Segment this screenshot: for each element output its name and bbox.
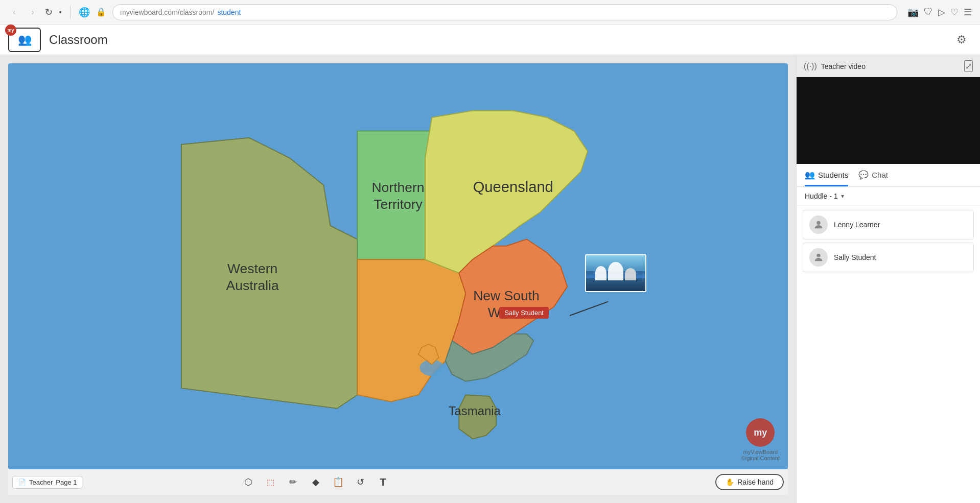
australia-map: Western Australia Northern Territory Que… — [8, 63, 788, 469]
browser-actions: 📷 🛡 ▷ ♡ ☰ — [907, 7, 972, 18]
student-list: Lenny Learner Sally Student — [797, 206, 980, 279]
select-tool[interactable]: ⬡ — [239, 473, 258, 491]
clipboard-tool[interactable]: 📋 — [329, 473, 347, 491]
tab-chat[interactable]: 💬 Chat — [858, 170, 888, 186]
students-tab-icon: 👥 — [805, 170, 815, 180]
huddle-row: Huddle - 1 ▾ — [797, 187, 980, 206]
svg-text:Australia: Australia — [226, 278, 279, 293]
mvb-brand-line2: ©iginal Content — [741, 455, 780, 461]
shield-action[interactable]: 🛡 — [924, 7, 933, 17]
tab-students[interactable]: 👥 Students — [805, 170, 848, 186]
svg-point-9 — [816, 221, 820, 225]
menu-action[interactable]: ☰ — [964, 7, 972, 18]
svg-text:Tasmania: Tasmania — [449, 404, 501, 418]
bottom-toolbar: 📄 Teacher Page 1 ⬡ ⬚ ✏ ◆ 📋 ↺ T ✋ Raise h… — [8, 469, 788, 495]
svg-text:Territory: Territory — [374, 197, 423, 212]
page-indicator: 📄 Teacher Page 1 — [12, 476, 82, 489]
students-chat-section: 👥 Students 💬 Chat Huddle - 1 ▾ — [797, 164, 980, 503]
students-tab-label: Students — [818, 171, 848, 179]
rotate-tool[interactable]: ↺ — [352, 473, 370, 491]
text-tool[interactable]: T — [374, 473, 392, 491]
settings-button[interactable]: ⚙ — [951, 30, 972, 50]
expand-video-button[interactable]: ⤢ — [964, 60, 973, 72]
huddle-label: Huddle - 1 — [805, 192, 838, 200]
logo-classroom-icon: 👥 — [18, 33, 32, 46]
sally-student-annotation: Sally Student — [499, 307, 549, 319]
camera-action[interactable]: 📷 — [907, 7, 919, 18]
lock-icon: 🔒 — [96, 7, 106, 17]
teacher-video-header: ((·)) Teacher video ⤢ — [797, 55, 980, 77]
student-item-lenny[interactable]: Lenny Learner — [803, 210, 974, 239]
page-icon: 📄 — [18, 478, 26, 486]
address-prefix: myviewboard.com/classroom/ — [120, 8, 214, 16]
rect-select-tool[interactable]: ⬚ — [262, 473, 280, 491]
mvb-watermark: my myViewBoard ©iginal Content — [741, 418, 780, 461]
app-title: Classroom — [49, 33, 108, 47]
tool-group: ⬡ ⬚ ✏ ◆ 📋 ↺ T — [239, 473, 392, 491]
chat-tab-icon: 💬 — [858, 170, 869, 180]
main-layout: Western Australia Northern Territory Que… — [0, 55, 980, 503]
raise-hand-button[interactable]: ✋ Raise hand — [715, 474, 784, 490]
video-icon: ((·)) — [804, 62, 817, 71]
back-button[interactable]: ‹ — [8, 6, 20, 18]
pen-tool[interactable]: ✏ — [284, 473, 302, 491]
globe-icon: 🌐 — [79, 7, 90, 18]
huddle-dropdown-icon[interactable]: ▾ — [841, 193, 844, 200]
tab-row: 👥 Students 💬 Chat — [797, 164, 980, 187]
logo-my-badge: my — [5, 25, 16, 36]
teacher-video-section: ((·)) Teacher video ⤢ — [797, 55, 980, 164]
mvb-logo: my — [746, 418, 775, 447]
browser-bar: ‹ › ↻ ⦁ 🌐 🔒 myviewboard.com/classroom/st… — [0, 0, 980, 25]
heart-action[interactable]: ♡ — [950, 7, 959, 18]
student-avatar-lenny — [809, 215, 828, 234]
svg-text:Queensland: Queensland — [473, 179, 553, 195]
app-logo: my 👥 — [8, 28, 41, 52]
teacher-video-header-left: ((·)) Teacher video — [804, 62, 866, 71]
chat-tab-label: Chat — [872, 171, 888, 179]
whiteboard[interactable]: Western Australia Northern Territory Que… — [8, 63, 788, 469]
fill-tool[interactable]: ◆ — [307, 473, 325, 491]
mvb-brand-line1: myViewBoard — [741, 449, 780, 455]
address-bar[interactable]: myviewboard.com/classroom/student — [112, 4, 897, 20]
video-screen — [797, 77, 980, 164]
svg-point-10 — [816, 254, 820, 257]
student-avatar-sally — [809, 248, 828, 267]
canvas-area: Western Australia Northern Territory Que… — [0, 55, 796, 503]
reload-button[interactable]: ↻ — [45, 7, 53, 18]
student-item-sally[interactable]: Sally Student — [803, 243, 974, 272]
forward-button[interactable]: › — [27, 6, 39, 18]
teacher-video-label: Teacher video — [821, 62, 866, 70]
svg-text:Western: Western — [227, 261, 277, 276]
student-name-sally: Sally Student — [834, 253, 876, 261]
svg-text:Northern: Northern — [371, 180, 424, 195]
page-label: Page 1 — [56, 478, 77, 486]
raise-hand-label: Raise hand — [737, 478, 774, 486]
teacher-label: Teacher — [29, 478, 53, 486]
student-name-lenny: Lenny Learner — [834, 221, 880, 229]
right-panel: ((·)) Teacher video ⤢ 👥 Students 💬 Chat — [796, 55, 980, 503]
svg-text:New South: New South — [473, 288, 540, 303]
play-action[interactable]: ▷ — [938, 7, 945, 18]
app-header: my 👥 Classroom ⚙ — [0, 25, 980, 55]
raise-hand-icon: ✋ — [726, 478, 734, 486]
sydney-photo — [585, 254, 646, 292]
grid-button[interactable]: ⦁ — [59, 8, 62, 17]
separator — [70, 6, 71, 18]
address-path: student — [217, 8, 241, 16]
